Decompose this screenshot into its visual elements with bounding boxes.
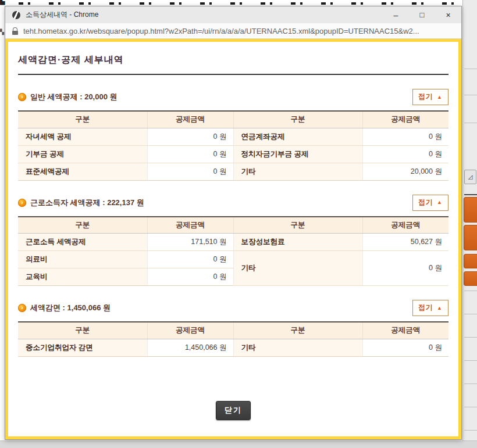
section-bullet-icon: › [18,199,26,207]
section-heading: 일반 세액공제 : 20,000 원 [30,92,412,102]
site-favicon-icon [12,11,20,19]
divider [464,123,477,123]
padlock-icon[interactable] [12,27,18,35]
divider [464,360,477,361]
divider [464,69,477,69]
amount-cell: 0 원 [147,163,233,180]
section-heading: 근로소득자 세액공제 : 222,137 원 [30,198,412,208]
collapse-label: 접기 [418,303,433,313]
background-page-right-edge: ◿ [462,0,477,440]
category-cell: 근로소득 세액공제 [18,234,147,251]
popup-highlight-frame: 세액감면·공제 세부내역 › 일반 세액공제 : 20,000 원 접기 ▲ [5,39,461,439]
table-row: 기부금 공제0 원정치자금기부금 공제0 원 [18,145,448,163]
page-title: 세액감면·공제 세부내역 [18,54,448,66]
category-cell: 의료비 [18,251,147,268]
table-row: 근로소득 세액공제171,510 원보장성보험료50,627 원 [18,234,448,251]
collapse-arrow-icon: ▲ [437,305,443,311]
table-row: 중소기업취업자 감면1,450,066 원기타0 원 [18,339,448,356]
divider [464,384,477,384]
window-titlebar[interactable]: 소득상세내역 - Chrome – □ × [5,6,461,23]
background-page-left-edge: ▙ ▚ [0,0,5,440]
table-header-row: 구분 공제금액 구분 공제금액 [18,217,448,234]
category-cell: 정치자금기부금 공제 [233,145,362,163]
section-header: › 세액감면 : 1,450,066 원 접기 ▲ [18,300,448,316]
table-row: 표준세액공제0 원기타20,000 원 [18,163,448,180]
category-cell: 기타 [233,251,362,286]
section-header: › 일반 세액공제 : 20,000 원 접기 ▲ [18,89,448,105]
close-button[interactable]: 닫기 [216,401,251,420]
address-bar[interactable]: teht.hometax.go.kr/websquare/popup.html?… [5,23,461,39]
table-row: 의료비0 원기타0 원 [18,251,448,268]
minimize-icon[interactable]: – [383,6,409,23]
column-header: 구분 [18,217,147,234]
column-header: 공제금액 [147,217,233,234]
section-bullet-icon: › [18,304,26,312]
category-cell: 교육비 [18,268,147,286]
chrome-popup-window: 소득상세내역 - Chrome – □ × teht.hometax.go.kr… [5,6,462,440]
category-cell: 자녀세액 공제 [18,128,147,145]
bg-orange-button[interactable] [464,225,477,250]
section-header: › 근로소득자 세액공제 : 222,137 원 접기 ▲ [18,195,448,211]
amount-cell: 0 원 [362,339,448,356]
column-header: 공제금액 [147,111,233,128]
amount-cell: 0 원 [147,145,233,163]
amount-cell: 0 원 [147,128,233,145]
section-heading: 세액감면 : 1,450,066 원 [30,303,412,313]
column-header: 공제금액 [362,217,448,234]
divider [464,194,477,195]
column-header: 공제금액 [147,322,233,339]
section-bullet-icon: › [18,93,26,101]
section-general-tax-credit: › 일반 세액공제 : 20,000 원 접기 ▲ 구분 공제금액 구분 [18,89,448,181]
category-cell: 연금계좌공제 [233,128,362,145]
category-cell: 기타 [233,163,362,180]
column-header: 구분 [233,322,362,339]
divider [464,291,477,291]
bg-orange-button[interactable] [464,271,477,286]
bg-orange-button[interactable] [464,254,477,268]
column-header: 공제금액 [362,111,448,128]
deduction-table: 구분 공제금액 구분 공제금액 중소기업취업자 감면1,450,066 원기타0… [18,321,448,357]
category-cell: 보장성보험료 [233,234,362,251]
collapse-button[interactable]: 접기 ▲ [412,89,448,105]
window-controls: – □ × [383,6,461,23]
amount-cell: 0 원 [362,128,448,145]
amount-cell: 20,000 원 [362,163,448,180]
section-earned-income-tax-credit: › 근로소득자 세액공제 : 222,137 원 접기 ▲ 구분 공제금액 구분 [18,195,448,286]
url-text[interactable]: teht.hometax.go.kr/websquare/popup.html?… [23,27,419,35]
amount-cell: 0 원 [362,251,448,286]
title-divider [18,74,448,75]
footer: 닫기 [18,401,448,420]
clipped-background-text [0,0,477,6]
column-header: 구분 [233,111,362,128]
background-page-bottom-edge [0,440,477,448]
divider [464,337,477,338]
divider [464,430,477,431]
bg-orange-button[interactable] [464,197,477,223]
clipped-background-glyph: ▚ [0,29,4,35]
collapse-arrow-icon: ▲ [437,199,443,205]
divider [464,95,477,95]
divider [464,407,477,407]
category-cell: 기부금 공제 [18,145,147,163]
category-cell: 기타 [233,339,362,356]
amount-cell: 0 원 [147,251,233,268]
column-header: 공제금액 [362,322,448,339]
collapse-button[interactable]: 접기 ▲ [412,195,448,211]
maximize-icon[interactable]: □ [409,6,435,23]
amount-cell: 0 원 [362,145,448,163]
amount-cell: 50,627 원 [362,234,448,251]
amount-cell: 1,450,066 원 [147,339,233,356]
collapse-label: 접기 [418,92,433,102]
category-cell: 중소기업취업자 감면 [18,339,147,356]
collapse-arrow-icon: ▲ [437,94,443,100]
window-title: 소득상세내역 - Chrome [26,10,383,20]
close-window-icon[interactable]: × [435,6,461,23]
collapse-button[interactable]: 접기 ▲ [412,300,448,316]
bg-mini-button[interactable]: ◿ [464,170,476,184]
section-tax-reduction: › 세액감면 : 1,450,066 원 접기 ▲ 구분 공제금액 구분 [18,300,448,357]
table-header-row: 구분 공제금액 구분 공제금액 [18,322,448,339]
column-header: 구분 [233,217,362,234]
deduction-table: 구분 공제금액 구분 공제금액 근로소득 세액공제171,510 원보장성보험료… [18,216,448,286]
collapse-label: 접기 [418,198,433,207]
divider [464,314,477,314]
